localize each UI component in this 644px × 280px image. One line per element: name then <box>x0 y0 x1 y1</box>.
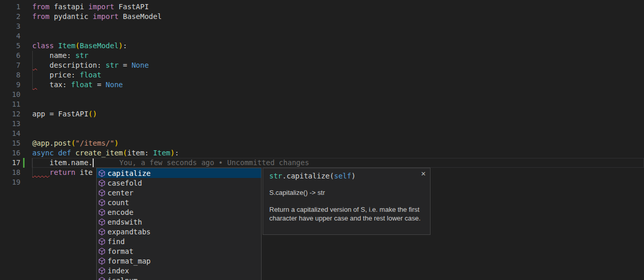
error-squiggle <box>33 61 37 70</box>
line-number: 3 <box>0 22 20 31</box>
git-added-gutter-indicator <box>23 158 25 168</box>
autocomplete-popup[interactable]: capitalizecasefoldcentercountencodeendsw… <box>96 168 262 280</box>
line-number: 14 <box>0 129 20 138</box>
symbol-method-icon <box>98 169 106 177</box>
line-number: 17 <box>0 158 20 168</box>
code-line <box>32 31 179 41</box>
suggestion-label: index <box>108 267 129 275</box>
line-number: 19 <box>0 177 20 187</box>
line-number: 2 <box>0 12 20 22</box>
gutter-line-numbers: 12345678910111213141516171819 <box>0 2 20 187</box>
suggestion-item[interactable]: index <box>97 266 261 275</box>
symbol-method-icon <box>98 189 106 197</box>
suggestion-label: casefold <box>108 179 142 187</box>
symbol-method-icon <box>98 237 106 246</box>
line-number: 8 <box>0 70 20 80</box>
suggestion-docs-panel: str.capitalize(self) ✕ S.capitalize() ->… <box>263 168 431 235</box>
code-line <box>32 99 179 109</box>
code-line: from pydantic import BaseModel <box>32 12 179 22</box>
code-line: name: str <box>32 51 179 61</box>
suggestion-signature: str.capitalize(self) <box>269 171 424 181</box>
suggestion-item[interactable]: format <box>97 246 261 256</box>
code-line <box>32 119 179 129</box>
suggestion-item[interactable]: capitalize <box>97 168 261 178</box>
line-number: 10 <box>0 90 20 99</box>
line-number: 4 <box>0 31 20 41</box>
code-line: tax: float = None <box>32 80 179 90</box>
symbol-method-icon <box>98 257 106 265</box>
text-cursor <box>93 158 94 167</box>
code-line: @app.post("/items/") <box>32 138 179 148</box>
code-editor[interactable]: { "colors": { "bg": "#1f1f1f", "plain": … <box>0 0 644 280</box>
suggestion-label: format <box>108 247 134 255</box>
line-number: 7 <box>0 61 20 70</box>
suggestion-label: expandtabs <box>108 228 151 236</box>
suggestion-label: count <box>108 198 129 207</box>
suggestion-item[interactable]: count <box>97 197 261 207</box>
line-number: 15 <box>0 138 20 148</box>
symbol-method-icon <box>98 247 106 255</box>
code-line: from fastapi import FastAPI <box>32 2 179 12</box>
line-number: 11 <box>0 99 20 109</box>
code-line: async def create_item(item: Item): <box>32 148 179 158</box>
code-line: app = FastAPI() <box>32 109 179 119</box>
suggestion-item[interactable]: find <box>97 236 261 246</box>
suggestion-description: Return a capitalized version of S, i.e. … <box>269 205 424 223</box>
suggestion-item[interactable]: center <box>97 188 261 197</box>
line-number: 16 <box>0 148 20 158</box>
line-number: 12 <box>0 109 20 119</box>
code-line <box>32 22 179 31</box>
line-number: 6 <box>0 51 20 61</box>
git-blame-annotation: You, a few seconds ago • Uncommitted cha… <box>119 158 309 168</box>
symbol-method-icon <box>98 198 106 207</box>
suggestion-label: encode <box>108 208 134 216</box>
symbol-method-icon <box>98 218 106 226</box>
suggestion-label: isalnum <box>108 276 138 280</box>
suggestion-item[interactable]: endswith <box>97 217 261 227</box>
code-line <box>32 90 179 99</box>
symbol-method-icon <box>98 276 106 280</box>
line-number: 13 <box>0 119 20 129</box>
line-number: 5 <box>0 41 20 51</box>
suggestion-item[interactable]: format_map <box>97 256 261 266</box>
line-number: 18 <box>0 168 20 177</box>
suggestion-label: find <box>108 237 125 246</box>
suggestion-label: capitalize <box>108 169 151 177</box>
suggestion-summary: S.capitalize() -> str <box>269 188 424 197</box>
code-line: class Item(BaseModel): <box>32 41 179 51</box>
suggestion-item[interactable]: casefold <box>97 178 261 188</box>
code-line <box>32 129 179 138</box>
symbol-method-icon <box>98 208 106 216</box>
error-squiggle <box>33 80 37 90</box>
suggestion-item[interactable]: expandtabs <box>97 227 261 236</box>
line-number: 1 <box>0 2 20 12</box>
line-number: 9 <box>0 80 20 90</box>
suggestion-label: endswith <box>108 218 142 226</box>
symbol-method-icon <box>98 267 106 275</box>
close-icon[interactable]: ✕ <box>421 171 426 177</box>
code-line: description: str = None <box>32 61 179 70</box>
error-squiggle <box>32 168 50 177</box>
suggestion-item[interactable]: isalnum <box>97 275 261 280</box>
code-line: price: float <box>32 70 179 80</box>
suggestion-label: center <box>108 189 134 197</box>
symbol-method-icon <box>98 179 106 187</box>
suggestion-item[interactable]: encode <box>97 207 261 217</box>
symbol-method-icon <box>98 228 106 236</box>
suggestion-label: format_map <box>108 257 151 265</box>
